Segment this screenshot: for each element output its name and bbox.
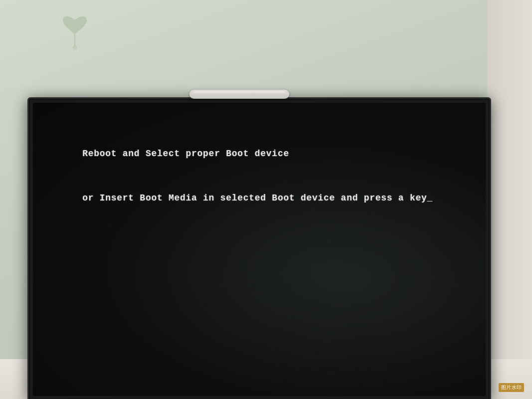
bios-error-message: Reboot and Select proper Boot device or … [48,132,433,220]
right-wall-panel [487,0,532,399]
heart-decoration [60,10,90,50]
monitor-frame: Reboot and Select proper Boot device or … [27,97,491,399]
monitor-webcam-bar [189,90,289,99]
monitor-screen: Reboot and Select proper Boot device or … [33,103,486,396]
image-watermark: 图片水印 [499,383,524,392]
bios-line1: Reboot and Select proper Boot device [82,149,289,159]
svg-point-1 [73,45,77,50]
bios-line2: or Insert Boot Media in selected Boot de… [82,193,433,203]
